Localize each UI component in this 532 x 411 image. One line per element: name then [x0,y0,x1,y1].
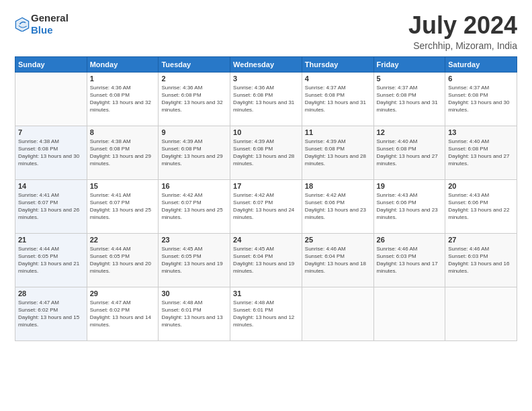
day-number: 11 [305,128,371,136]
day-number: 14 [18,182,84,190]
calendar-cell: 27 Sunrise: 4:46 AMSunset: 6:03 PMDaylig… [445,233,517,287]
day-number: 21 [18,236,84,244]
calendar-cell: 24 Sunrise: 4:45 AMSunset: 6:04 PMDaylig… [230,233,302,287]
calendar-cell: 11 Sunrise: 4:39 AMSunset: 6:08 PMDaylig… [302,126,373,179]
day-info: Sunrise: 4:42 AMSunset: 6:07 PMDaylight:… [161,191,227,222]
logo: General Blue [15,12,69,36]
day-number: 24 [233,236,299,244]
calendar-cell: 4 Sunrise: 4:37 AMSunset: 6:08 PMDayligh… [302,72,373,126]
day-info: Sunrise: 4:39 AMSunset: 6:08 PMDaylight:… [305,138,371,168]
day-number: 25 [305,236,371,244]
day-info: Sunrise: 4:39 AMSunset: 6:08 PMDaylight:… [233,138,299,168]
day-number: 9 [161,128,227,136]
day-number: 13 [448,128,514,136]
calendar-cell: 7 Sunrise: 4:38 AMSunset: 6:08 PMDayligh… [15,126,87,179]
calendar-week-5: 28 Sunrise: 4:47 AMSunset: 6:02 PMDaylig… [15,287,517,340]
calendar-table: Sunday Monday Tuesday Wednesday Thursday… [15,56,517,341]
calendar-cell: 30 Sunrise: 4:48 AMSunset: 6:01 PMDaylig… [159,287,230,340]
day-info: Sunrise: 4:42 AMSunset: 6:06 PMDaylight:… [305,191,371,222]
day-info: Sunrise: 4:45 AMSunset: 6:05 PMDaylight:… [161,245,227,275]
calendar-week-4: 21 Sunrise: 4:44 AMSunset: 6:05 PMDaylig… [15,233,517,287]
day-number: 28 [18,289,84,298]
logo-general: General [31,12,69,24]
day-number: 6 [448,75,514,83]
calendar-cell [15,72,87,126]
day-number: 5 [377,75,443,83]
col-wednesday: Wednesday [230,56,302,72]
day-number: 19 [377,182,443,190]
day-info: Sunrise: 4:46 AMSunset: 6:03 PMDaylight:… [448,245,514,275]
day-number: 20 [448,182,514,190]
month-year-title: July 2024 [408,12,517,39]
calendar-cell: 15 Sunrise: 4:41 AMSunset: 6:07 PMDaylig… [87,179,159,233]
calendar-cell: 28 Sunrise: 4:47 AMSunset: 6:02 PMDaylig… [15,287,87,340]
day-info: Sunrise: 4:40 AMSunset: 6:08 PMDaylight:… [377,138,443,168]
col-friday: Friday [373,56,445,72]
col-tuesday: Tuesday [159,56,230,72]
day-info: Sunrise: 4:36 AMSunset: 6:08 PMDaylight:… [90,84,156,114]
calendar-week-1: 1 Sunrise: 4:36 AMSunset: 6:08 PMDayligh… [15,72,517,126]
calendar-cell: 2 Sunrise: 4:36 AMSunset: 6:08 PMDayligh… [159,72,230,126]
calendar-cell: 18 Sunrise: 4:42 AMSunset: 6:06 PMDaylig… [302,179,373,233]
day-info: Sunrise: 4:36 AMSunset: 6:08 PMDaylight:… [161,84,227,114]
calendar-cell [445,287,517,340]
day-number: 15 [90,182,156,190]
day-info: Sunrise: 4:47 AMSunset: 6:02 PMDaylight:… [90,299,156,329]
calendar-cell: 22 Sunrise: 4:44 AMSunset: 6:05 PMDaylig… [87,233,159,287]
calendar-cell: 6 Sunrise: 4:37 AMSunset: 6:08 PMDayligh… [445,72,517,126]
day-info: Sunrise: 4:44 AMSunset: 6:05 PMDaylight:… [90,245,156,275]
day-info: Sunrise: 4:37 AMSunset: 6:08 PMDaylight:… [377,84,443,114]
day-number: 8 [90,128,156,136]
calendar-body: 1 Sunrise: 4:36 AMSunset: 6:08 PMDayligh… [15,72,517,340]
logo-text: General Blue [31,12,69,36]
calendar-page: General Blue July 2024 Serchhip, Mizoram… [0,0,532,411]
calendar-cell: 5 Sunrise: 4:37 AMSunset: 6:08 PMDayligh… [373,72,445,126]
day-number: 23 [161,236,227,244]
day-number: 4 [305,75,371,83]
day-info: Sunrise: 4:44 AMSunset: 6:05 PMDaylight:… [18,245,84,275]
day-info: Sunrise: 4:41 AMSunset: 6:07 PMDaylight:… [18,191,84,222]
day-info: Sunrise: 4:46 AMSunset: 6:04 PMDaylight:… [305,245,371,275]
logo-blue: Blue [31,24,53,36]
calendar-cell: 31 Sunrise: 4:48 AMSunset: 6:01 PMDaylig… [230,287,302,340]
calendar-cell: 16 Sunrise: 4:42 AMSunset: 6:07 PMDaylig… [159,179,230,233]
calendar-cell: 8 Sunrise: 4:38 AMSunset: 6:08 PMDayligh… [87,126,159,179]
day-info: Sunrise: 4:38 AMSunset: 6:08 PMDaylight:… [90,138,156,168]
calendar-cell: 23 Sunrise: 4:45 AMSunset: 6:05 PMDaylig… [159,233,230,287]
calendar-cell [373,287,445,340]
day-info: Sunrise: 4:42 AMSunset: 6:07 PMDaylight:… [233,191,299,222]
day-number: 31 [233,289,299,298]
day-info: Sunrise: 4:40 AMSunset: 6:08 PMDaylight:… [448,138,514,168]
header-row: Sunday Monday Tuesday Wednesday Thursday… [15,56,517,72]
calendar-cell: 20 Sunrise: 4:43 AMSunset: 6:06 PMDaylig… [445,179,517,233]
calendar-cell [302,287,373,340]
day-info: Sunrise: 4:41 AMSunset: 6:07 PMDaylight:… [90,191,156,222]
col-sunday: Sunday [15,56,87,72]
day-info: Sunrise: 4:38 AMSunset: 6:08 PMDaylight:… [18,138,84,168]
calendar-cell: 26 Sunrise: 4:46 AMSunset: 6:03 PMDaylig… [373,233,445,287]
calendar-cell: 14 Sunrise: 4:41 AMSunset: 6:07 PMDaylig… [15,179,87,233]
calendar-cell: 1 Sunrise: 4:36 AMSunset: 6:08 PMDayligh… [87,72,159,126]
day-info: Sunrise: 4:37 AMSunset: 6:08 PMDaylight:… [448,84,514,114]
day-info: Sunrise: 4:39 AMSunset: 6:08 PMDaylight:… [161,138,227,168]
calendar-cell: 29 Sunrise: 4:47 AMSunset: 6:02 PMDaylig… [87,287,159,340]
col-thursday: Thursday [302,56,373,72]
svg-marker-0 [17,19,28,31]
day-number: 17 [233,182,299,190]
calendar-cell: 13 Sunrise: 4:40 AMSunset: 6:08 PMDaylig… [445,126,517,179]
day-info: Sunrise: 4:43 AMSunset: 6:06 PMDaylight:… [448,191,514,222]
calendar-cell: 25 Sunrise: 4:46 AMSunset: 6:04 PMDaylig… [302,233,373,287]
day-info: Sunrise: 4:36 AMSunset: 6:08 PMDaylight:… [233,84,299,114]
location-subtitle: Serchhip, Mizoram, India [408,40,517,51]
page-header: General Blue July 2024 Serchhip, Mizoram… [15,12,517,51]
col-saturday: Saturday [445,56,517,72]
day-info: Sunrise: 4:46 AMSunset: 6:03 PMDaylight:… [377,245,443,275]
col-monday: Monday [87,56,159,72]
day-number: 1 [90,75,156,83]
calendar-header: Sunday Monday Tuesday Wednesday Thursday… [15,56,517,72]
title-block: July 2024 Serchhip, Mizoram, India [408,12,517,51]
day-number: 10 [233,128,299,136]
day-info: Sunrise: 4:47 AMSunset: 6:02 PMDaylight:… [18,299,84,329]
calendar-week-2: 7 Sunrise: 4:38 AMSunset: 6:08 PMDayligh… [15,126,517,179]
day-info: Sunrise: 4:48 AMSunset: 6:01 PMDaylight:… [161,299,227,329]
